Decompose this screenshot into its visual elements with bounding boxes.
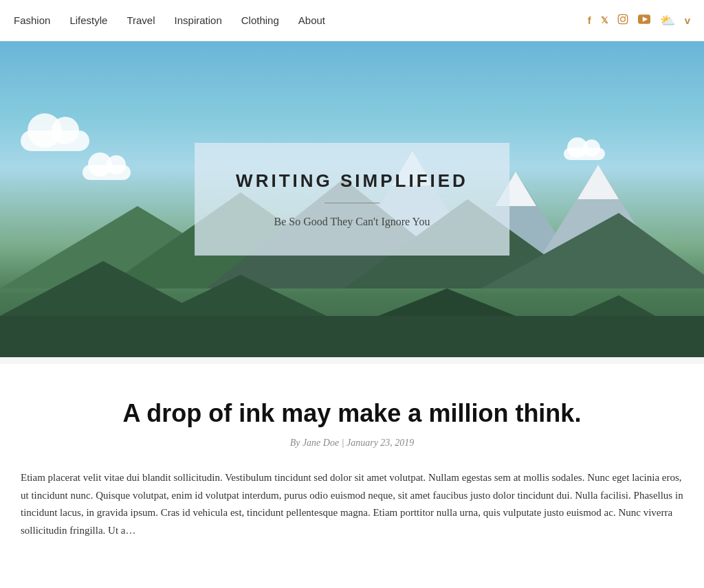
nav-link-lifestyle[interactable]: Lifestyle <box>69 14 107 26</box>
cloud-1 <box>21 131 89 151</box>
article-meta: By Jane Doe | January 23, 2019 <box>21 438 683 449</box>
article-container: A drop of ink may make a million think. … <box>0 364 704 580</box>
nav-link-travel[interactable]: Travel <box>126 14 155 26</box>
content-section: A drop of ink may make a million think. … <box>0 357 704 580</box>
nav-link-about[interactable]: About <box>298 14 325 26</box>
hero-section: WRITING SIMPLIFIED Be So Good They Can't… <box>0 41 704 357</box>
navigation: Fashion Lifestyle Travel Inspiration Clo… <box>0 0 704 41</box>
hero-subtitle: Be So Good They Can't Ignore You <box>236 216 468 228</box>
nav-link-inspiration[interactable]: Inspiration <box>175 14 222 26</box>
instagram-icon[interactable] <box>617 14 628 27</box>
nav-link-fashion[interactable]: Fashion <box>14 14 50 26</box>
youtube-icon[interactable] <box>638 14 650 27</box>
soundcloud-icon[interactable]: ⛅ <box>660 14 675 27</box>
svg-rect-0 <box>618 14 627 23</box>
svg-rect-20 <box>0 316 704 357</box>
hero-title-box: WRITING SIMPLIFIED Be So Good They Can't… <box>195 143 509 256</box>
vimeo-icon[interactable]: v <box>685 14 690 26</box>
svg-marker-10 <box>578 165 619 199</box>
hero-title: WRITING SIMPLIFIED <box>236 170 468 192</box>
article-title: A drop of ink may make a million think. <box>21 398 683 428</box>
social-links: f 𝕏 ⛅ v <box>588 14 690 27</box>
facebook-icon[interactable]: f <box>588 14 591 26</box>
svg-point-1 <box>620 16 625 21</box>
twitter-icon[interactable]: 𝕏 <box>601 15 608 25</box>
svg-point-2 <box>625 16 626 17</box>
hero-divider <box>324 203 380 203</box>
article-body: Etiam placerat velit vitae dui blandit s… <box>21 469 683 539</box>
nav-link-clothing[interactable]: Clothing <box>241 14 279 26</box>
nav-links: Fashion Lifestyle Travel Inspiration Clo… <box>14 14 325 26</box>
